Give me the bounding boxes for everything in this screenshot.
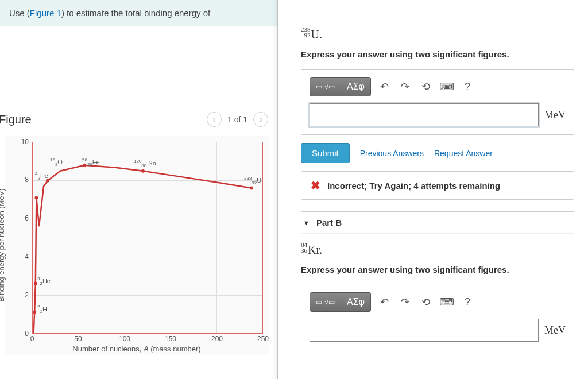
figure-pager: ‹ 1 of 1 › xyxy=(207,112,268,127)
isotope-u238: 23892U. xyxy=(301,26,574,41)
element-symbol: U. xyxy=(311,28,322,41)
ytick: 10 xyxy=(21,138,29,146)
request-answer-link-a[interactable]: Request Answer xyxy=(434,149,493,158)
right-pane: 23892U. Express your answer using two si… xyxy=(278,0,588,379)
keyboard-icon[interactable]: ⌨ xyxy=(440,295,454,309)
atomic-number: 36 xyxy=(301,247,307,254)
feedback-box: ✖ Incorrect; Try Again; 4 attempts remai… xyxy=(301,171,574,200)
left-pane: Use (Figure 1) to estimate the total bin… xyxy=(0,0,278,379)
pager-prev-button[interactable]: ‹ xyxy=(207,112,222,127)
svg-point-2 xyxy=(34,196,38,199)
point-label-u238: 23892U xyxy=(244,176,261,185)
point-label-fe56: 5626Fe xyxy=(82,157,100,167)
answer-instruction-b: Express your answer using two significan… xyxy=(301,265,574,274)
svg-point-6 xyxy=(250,187,253,190)
templates-button[interactable]: ▭ √▭ xyxy=(310,77,341,96)
binding-energy-chart: Binding energy per nucleon (MeV) Number … xyxy=(5,136,269,354)
equation-toolbar-b: ▭ √▭ ΑΣφ ↶ ↷ ⟲ ⌨ ? xyxy=(310,292,566,312)
incorrect-icon: ✖ xyxy=(311,179,320,192)
chart-x-axis-label: Number of nucleons, A (mass number) xyxy=(72,345,200,353)
answer-input-a[interactable] xyxy=(310,103,539,126)
answer-box-b: ▭ √▭ ΑΣφ ↶ ↷ ⟲ ⌨ ? MeV xyxy=(301,285,574,350)
instruction-text-2: ) to estimate the total binding energy o… xyxy=(61,8,210,18)
pager-text: 1 of 1 xyxy=(225,115,250,124)
greek-button[interactable]: ΑΣφ xyxy=(341,292,371,312)
templates-button[interactable]: ▭ √▭ xyxy=(310,292,341,312)
answer-box-a: ▭ √▭ ΑΣφ ↶ ↷ ⟲ ⌨ ? MeV xyxy=(301,69,574,135)
point-label-sn120: 12050 Sn xyxy=(134,158,156,168)
answer-unit-a: MeV xyxy=(544,109,566,121)
collapse-caret-icon: ▼ xyxy=(303,219,310,226)
redo-icon[interactable]: ↷ xyxy=(399,80,412,94)
xtick: 100 xyxy=(119,335,130,343)
isotope-kr84: 8436Kr. xyxy=(301,242,574,257)
reset-icon[interactable]: ⟲ xyxy=(419,80,433,94)
help-icon[interactable]: ? xyxy=(461,80,474,94)
xtick: 50 xyxy=(74,335,82,343)
point-label-o16: 168O xyxy=(50,157,63,167)
element-symbol: Kr. xyxy=(308,243,322,256)
figure-title: Figure xyxy=(0,113,32,126)
greek-button[interactable]: ΑΣφ xyxy=(341,77,371,96)
chart-plot-area: 21H 32He 42He 168O 5626Fe 12050 Sn 23892… xyxy=(32,142,263,334)
xtick: 0 xyxy=(30,335,34,343)
reset-icon[interactable]: ⟲ xyxy=(419,295,433,309)
atomic-number: 92 xyxy=(304,32,311,38)
pager-next-button[interactable]: › xyxy=(253,112,268,127)
ytick: 8 xyxy=(21,176,29,184)
xtick: 250 xyxy=(257,335,269,343)
feedback-text: Incorrect; Try Again; 4 attempts remaini… xyxy=(327,181,500,191)
part-b-header[interactable]: ▼ Part B xyxy=(301,211,574,234)
submit-button-a[interactable]: Submit xyxy=(301,143,350,163)
previous-answers-link[interactable]: Previous Answers xyxy=(360,149,424,158)
figure-header: Figure ‹ 1 of 1 › xyxy=(0,112,277,127)
answer-instruction-a: Express your answer using two significan… xyxy=(301,49,574,59)
svg-point-5 xyxy=(141,169,145,173)
answer-input-b[interactable] xyxy=(310,319,539,342)
undo-icon[interactable]: ↶ xyxy=(378,295,392,309)
answer-unit-b: MeV xyxy=(544,324,566,337)
submit-row-a: Submit Previous Answers Request Answer xyxy=(301,143,574,163)
ytick: 2 xyxy=(21,291,29,299)
chart-curve xyxy=(33,142,262,333)
point-label-he3: 32He xyxy=(37,276,51,286)
instruction-text: Use ( xyxy=(9,8,30,18)
undo-icon[interactable]: ↶ xyxy=(378,80,392,94)
problem-instruction: Use (Figure 1) to estimate the total bin… xyxy=(0,0,277,26)
equation-toolbar-a: ▭ √▭ ΑΣφ ↶ ↷ ⟲ ⌨ ? xyxy=(310,77,566,96)
redo-icon[interactable]: ↷ xyxy=(399,295,412,309)
part-b-title: Part B xyxy=(316,218,342,227)
keyboard-icon[interactable]: ⌨ xyxy=(440,80,454,94)
xtick: 200 xyxy=(211,335,223,343)
help-icon[interactable]: ? xyxy=(461,295,474,309)
ytick: 0 xyxy=(21,330,29,338)
point-label-he4: 42He xyxy=(35,171,48,181)
chart-y-axis-label: Binding energy per nucleon (MeV) xyxy=(0,188,6,301)
point-label-h2: 21H xyxy=(37,304,47,314)
xtick: 150 xyxy=(165,335,176,343)
svg-point-1 xyxy=(34,282,37,285)
ytick: 4 xyxy=(21,253,29,261)
svg-point-0 xyxy=(33,310,36,314)
ytick: 6 xyxy=(21,214,29,222)
figure-link[interactable]: Figure 1 xyxy=(30,8,61,18)
